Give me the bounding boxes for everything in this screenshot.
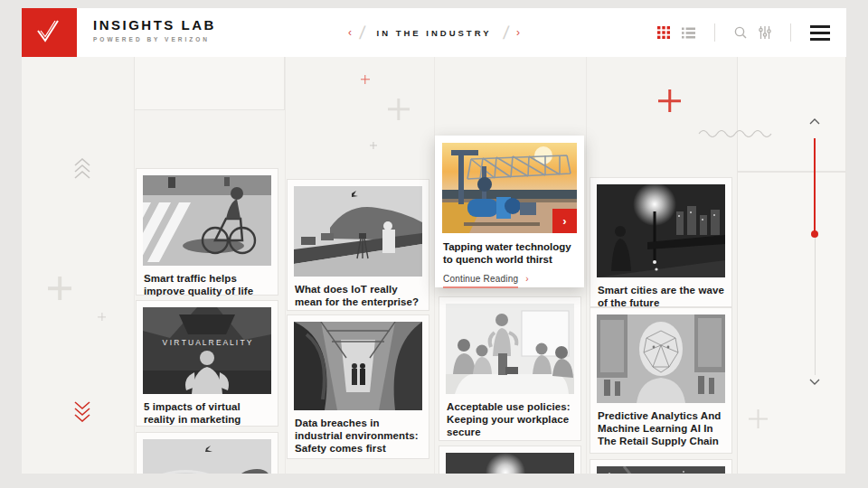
wavy-line-decoration [698, 129, 774, 138]
virtual-reality-image: V I R T U A L R E A L I T Y [143, 307, 271, 394]
article-title: Data breaches in industrial environments… [295, 417, 421, 455]
chevron-left-icon[interactable]: ‹ [348, 27, 352, 38]
article-title: What does IoT really mean for the enterp… [295, 283, 421, 308]
list-view-icon[interactable] [682, 27, 695, 39]
card-placeholder [737, 57, 846, 172]
plus-decoration [749, 409, 768, 428]
workplace-meeting-image [446, 304, 574, 394]
continue-reading-link[interactable]: Continue Reading [443, 274, 518, 288]
verizon-check-icon [33, 15, 67, 50]
svg-text:V I R T U A L R E A L I T Y: V I R T U A L R E A L I T Y [163, 338, 252, 347]
featured-title: Tapping water technology to quench world… [443, 240, 576, 266]
iot-field-image [294, 186, 422, 277]
article-card[interactable]: What does IoT really mean for the enterp… [287, 179, 429, 311]
article-card[interactable]: Data breaches in industrial environments… [287, 314, 429, 459]
plus-decoration [98, 313, 106, 321]
filter-sliders-icon[interactable] [759, 26, 771, 39]
menu-icon[interactable] [810, 25, 830, 41]
header-divider [714, 23, 715, 42]
card-placeholder [134, 57, 285, 110]
dark-night-image [597, 466, 725, 474]
grid-view-icon[interactable] [657, 26, 670, 39]
plus-decoration [370, 142, 377, 149]
header-divider [790, 23, 791, 42]
scrollbar-progress [814, 138, 816, 233]
article-title: Smart traffic helps improve quality of l… [144, 272, 270, 297]
slash-divider: / [358, 23, 366, 43]
featured-arrow-button[interactable]: › [552, 209, 577, 233]
article-title: Acceptable use policies: Keeping your wo… [447, 400, 573, 438]
link-chevron-icon: › [525, 274, 528, 284]
article-card[interactable] [439, 446, 581, 474]
section-title: IN THE INDUSTRY [373, 28, 495, 38]
chevron-right-icon[interactable]: › [516, 27, 520, 38]
sky-bird-image [143, 439, 271, 474]
verizon-logo[interactable] [22, 8, 77, 57]
article-title: Smart cities are the wave of the future [598, 284, 724, 309]
article-card[interactable] [136, 432, 278, 474]
featured-article-card[interactable]: › Tapping water technology to quench wor… [435, 136, 584, 287]
column-divider [586, 57, 587, 474]
article-card[interactable]: Predictive Analytics And Machine Learnin… [590, 307, 732, 454]
article-card[interactable] [590, 459, 732, 474]
article-card[interactable]: V I R T U A L R E A L I T Y 5 impacts of… [136, 300, 278, 427]
scrollbar-down-icon[interactable] [809, 379, 820, 385]
plus-decoration [361, 75, 370, 84]
industrial-hall-image [294, 322, 422, 410]
brand-subtitle: POWERED BY VERIZON [93, 36, 216, 42]
article-grid: Smart traffic helps improve quality of l… [22, 57, 846, 474]
smart-cities-night-image [597, 184, 725, 277]
article-card[interactable]: Smart traffic helps improve quality of l… [136, 168, 278, 296]
facial-recognition-image [597, 314, 725, 403]
plus-decoration [48, 277, 71, 300]
slash-divider: / [502, 23, 510, 43]
scrollbar-thumb[interactable] [811, 230, 818, 238]
scrollbar-up-icon[interactable] [809, 118, 820, 125]
article-title: 5 impacts of virtual reality in marketin… [144, 400, 270, 426]
top-header: INSIGHTS LAB POWERED BY VERIZON ‹ / IN T… [22, 8, 846, 58]
brand-title: INSIGHTS LAB [93, 17, 216, 33]
article-card[interactable]: Smart cities are the wave of the future [590, 177, 732, 307]
plus-decoration [388, 99, 410, 120]
search-icon[interactable] [734, 26, 747, 39]
column-divider [285, 57, 286, 474]
article-title: Predictive Analytics And Machine Learnin… [598, 409, 724, 447]
scroll-down-chevrons-icon[interactable] [67, 397, 98, 422]
smart-traffic-image [143, 175, 271, 266]
street-light-image [446, 453, 574, 474]
arrow-icon: › [562, 214, 566, 228]
scroll-up-chevrons-icon[interactable] [67, 158, 98, 183]
plus-decoration [658, 89, 681, 112]
brand-block: INSIGHTS LAB POWERED BY VERIZON [93, 17, 216, 42]
article-card[interactable]: Acceptable use policies: Keeping your wo… [439, 296, 581, 441]
section-carousel: ‹ / IN THE INDUSTRY / › [348, 8, 520, 57]
column-divider [134, 57, 135, 474]
